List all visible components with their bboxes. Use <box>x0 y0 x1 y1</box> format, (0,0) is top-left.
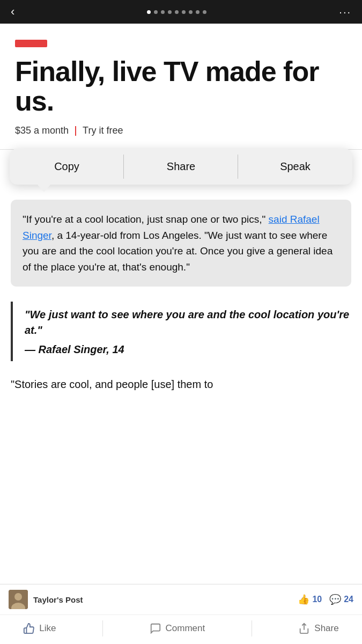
action-divider-1 <box>102 620 103 636</box>
pull-quote: "We just want to see where you are and t… <box>11 302 351 361</box>
like-emoji: 👍 <box>298 594 309 605</box>
ad-headline: Finally, live TV made for us. <box>15 57 347 115</box>
quote-text-after: , a 14-year-old from Los Angeles. "We ju… <box>23 230 333 273</box>
comment-label: Comment <box>166 623 205 634</box>
context-menu-wrapper: Copy Share Speak <box>0 149 362 185</box>
ad-logo <box>15 40 47 47</box>
post-name: Taylor's Post <box>33 595 83 604</box>
action-divider-2 <box>252 620 252 636</box>
comment-icon <box>150 623 161 634</box>
like-icon <box>23 623 35 634</box>
comment-count: 💬 24 <box>329 594 353 605</box>
content-area: "If you're at a cool location, just snap… <box>0 185 362 392</box>
like-number: 10 <box>312 595 322 604</box>
avatar <box>9 590 28 609</box>
share-button[interactable]: Share <box>298 623 338 634</box>
like-count: 👍 10 <box>298 594 322 605</box>
ad-divider <box>75 126 76 136</box>
pull-quote-attribution: — Rafael Singer, 14 <box>25 343 351 356</box>
share-label: Share <box>167 160 195 173</box>
more-icon[interactable]: ··· <box>339 6 351 18</box>
comment-emoji: 💬 <box>329 594 341 605</box>
svg-point-1 <box>14 593 22 601</box>
teaser-text: "Stories are cool, and people [use] them… <box>11 376 351 392</box>
ad-price: $35 a month <box>15 125 69 136</box>
context-menu-speak[interactable]: Speak <box>238 149 352 185</box>
ad-cta: Try it free <box>83 125 123 136</box>
status-bar: ‹ ··· <box>0 0 362 24</box>
ad-banner: Finally, live TV made for us. $35 a mont… <box>0 24 362 150</box>
context-menu-share[interactable]: Share <box>124 149 238 185</box>
quote-text-before: "If you're at a cool location, just snap… <box>23 214 269 225</box>
page-dots <box>147 10 206 14</box>
ad-subtext: $35 a month Try it free <box>15 125 347 136</box>
context-menu-copy[interactable]: Copy <box>10 149 124 185</box>
bottom-bar-actions: Like Comment Share <box>0 615 362 644</box>
copy-label: Copy <box>54 160 79 173</box>
comment-number: 24 <box>344 595 353 604</box>
context-menu: Copy Share Speak <box>10 149 352 185</box>
speak-label: Speak <box>280 160 311 173</box>
reaction-counts: 👍 10 💬 24 <box>298 594 353 605</box>
comment-button[interactable]: Comment <box>150 623 205 634</box>
bottom-bar: Taylor's Post 👍 10 💬 24 Like C <box>0 584 362 644</box>
like-label: Like <box>39 623 56 634</box>
back-icon[interactable]: ‹ <box>11 5 14 19</box>
like-button[interactable]: Like <box>23 623 56 634</box>
bottom-bar-meta: Taylor's Post 👍 10 💬 24 <box>0 584 362 615</box>
post-info: Taylor's Post <box>9 590 83 609</box>
share-label: Share <box>314 623 338 634</box>
quote-block: "If you're at a cool location, just snap… <box>11 200 351 287</box>
share-icon <box>298 623 310 634</box>
pull-quote-text: "We just want to see where you are and t… <box>25 307 351 338</box>
